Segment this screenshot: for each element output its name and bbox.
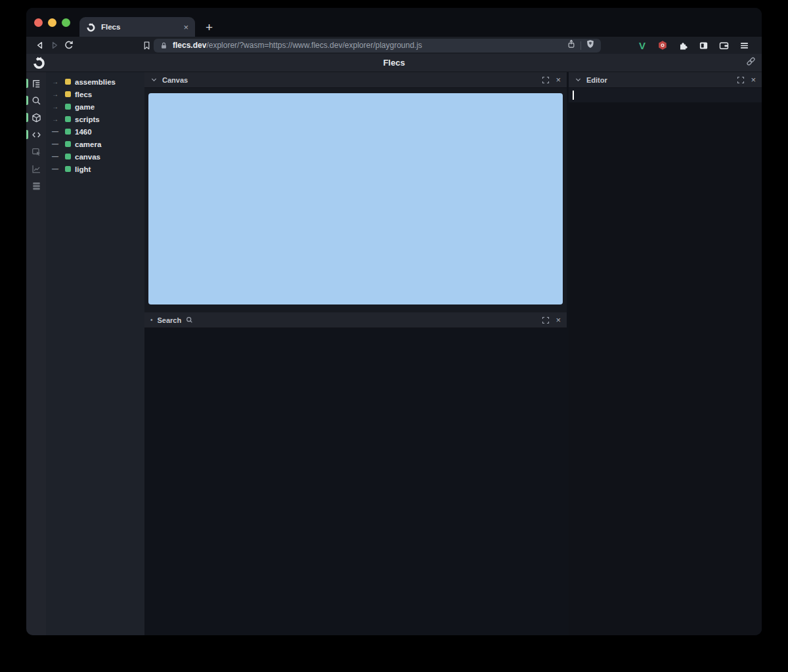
- editor-input-area[interactable]: [569, 102, 762, 635]
- entity-label: game: [75, 103, 95, 111]
- tree-row[interactable]: — camera: [46, 138, 144, 150]
- active-indicator: [26, 96, 28, 105]
- fullscreen-icon[interactable]: [737, 76, 745, 84]
- rail-query-button[interactable]: [26, 95, 46, 106]
- extension-badge-icon[interactable]: [655, 38, 670, 52]
- app-header: Flecs: [26, 54, 762, 72]
- menu-icon[interactable]: [737, 38, 751, 52]
- close-panel-icon[interactable]: ×: [556, 75, 561, 84]
- editor-active-line[interactable]: [569, 88, 762, 102]
- sidebar-toggle-icon[interactable]: [696, 38, 711, 52]
- entity-label: camera: [75, 140, 101, 148]
- entity-label: canvas: [75, 153, 100, 161]
- editor-panel-header: Editor ×: [569, 72, 762, 88]
- entity-label: flecs: [75, 91, 92, 98]
- extensions-puzzle-icon[interactable]: [676, 38, 690, 52]
- entity-label: scripts: [75, 116, 100, 123]
- editor-caret: [573, 91, 574, 100]
- expand-arrow-icon[interactable]: →: [52, 91, 61, 98]
- inspector-icon: [32, 147, 41, 157]
- expand-arrow-icon[interactable]: →: [52, 78, 61, 85]
- entity-label: 1460: [75, 128, 92, 136]
- code-icon: [32, 130, 41, 140]
- entity-color-icon: [65, 129, 71, 135]
- search-panel-header: • Search ×: [144, 312, 567, 328]
- close-panel-icon[interactable]: ×: [556, 316, 561, 324]
- rail-stats-button[interactable]: [26, 163, 46, 174]
- chevron-down-icon[interactable]: [575, 76, 582, 83]
- expand-arrow-icon[interactable]: →: [52, 103, 61, 110]
- brave-shield-icon[interactable]: [586, 39, 595, 51]
- browser-toolbar: flecs.dev/explorer/?wasm=https://www.fle…: [26, 37, 762, 54]
- expand-arrow-icon[interactable]: —: [52, 165, 61, 173]
- reload-button[interactable]: [62, 38, 76, 52]
- rail-scripts-button[interactable]: [26, 129, 46, 140]
- tab-close-icon[interactable]: ×: [183, 23, 188, 32]
- editor-column: Editor ×: [569, 72, 762, 635]
- app-content: → assemblies → flecs → game → scripts: [26, 72, 762, 635]
- commands-list-icon: [32, 181, 41, 191]
- zoom-window-button[interactable]: [62, 18, 70, 27]
- minimize-window-button[interactable]: [48, 18, 56, 27]
- rail-commands-button[interactable]: [26, 180, 46, 191]
- entity-color-icon: [65, 104, 71, 110]
- extension-toolbar: V: [635, 38, 755, 52]
- entity-tree: → assemblies → flecs → game → scripts: [46, 72, 144, 635]
- flecs-favicon: [86, 22, 96, 32]
- tree-row[interactable]: → scripts: [46, 113, 144, 125]
- url-bar[interactable]: flecs.dev/explorer/?wasm=https://www.fle…: [154, 39, 601, 52]
- expand-arrow-icon[interactable]: —: [52, 128, 61, 135]
- fullscreen-icon[interactable]: [542, 76, 550, 84]
- panel-rail: [26, 72, 46, 635]
- active-indicator: [26, 79, 28, 88]
- canvas-panel-body: [144, 88, 567, 312]
- tree-row[interactable]: → assemblies: [46, 75, 144, 88]
- search-icon: [32, 96, 41, 106]
- stats-chart-icon: [32, 164, 41, 174]
- expand-arrow-icon[interactable]: →: [52, 116, 61, 123]
- back-button[interactable]: [33, 38, 47, 52]
- canvas-panel-header: Canvas ×: [144, 72, 567, 88]
- page-title: Flecs: [26, 58, 762, 68]
- new-tab-button[interactable]: +: [206, 21, 213, 33]
- close-window-button[interactable]: [34, 18, 43, 27]
- scene-cube-icon: [32, 113, 41, 123]
- tree-row[interactable]: — light: [46, 163, 144, 175]
- close-panel-icon[interactable]: ×: [751, 75, 756, 84]
- fullscreen-icon[interactable]: [542, 316, 550, 324]
- canvas-column: Canvas × • Search ×: [144, 72, 567, 635]
- wallet-icon[interactable]: [716, 38, 731, 52]
- tree-row[interactable]: — 1460: [46, 125, 144, 138]
- expand-arrow-icon[interactable]: —: [52, 140, 61, 148]
- editor-panel-title: Editor: [586, 76, 607, 84]
- share-icon[interactable]: [567, 39, 576, 51]
- tree-row[interactable]: — canvas: [46, 150, 144, 163]
- window-controls: [26, 8, 79, 37]
- canvas-surface[interactable]: [148, 93, 563, 304]
- collapsed-bullet-icon[interactable]: •: [150, 316, 153, 324]
- url-path: /explorer/?wasm=https://www.flecs.dev/ex…: [206, 41, 422, 50]
- entity-color-icon: [65, 79, 71, 85]
- rail-inspector-button[interactable]: [26, 146, 46, 157]
- tree-row[interactable]: → game: [46, 100, 144, 113]
- search-icon: [186, 316, 193, 324]
- tree-row[interactable]: → flecs: [46, 88, 144, 100]
- bookmark-icon[interactable]: [139, 38, 154, 52]
- tab-title: Flecs: [101, 23, 178, 31]
- entity-color-icon: [65, 116, 71, 122]
- chevron-down-icon[interactable]: [150, 76, 158, 83]
- share-link-icon[interactable]: [746, 56, 756, 69]
- url-text: flecs.dev/explorer/?wasm=https://www.fle…: [173, 41, 422, 50]
- entity-color-icon: [65, 141, 71, 147]
- expand-arrow-icon[interactable]: —: [52, 153, 61, 160]
- rail-entity-tree-button[interactable]: [26, 78, 46, 89]
- forward-button[interactable]: [47, 38, 62, 52]
- divider: [580, 41, 581, 50]
- browser-tab[interactable]: Flecs ×: [79, 17, 195, 37]
- vue-devtools-icon[interactable]: V: [635, 38, 649, 52]
- entity-color-icon: [65, 91, 71, 97]
- panel-area: Canvas × • Search ×: [144, 72, 762, 635]
- url-domain: flecs.dev: [173, 41, 206, 50]
- entity-label: assemblies: [75, 78, 116, 86]
- rail-canvas-button[interactable]: [26, 112, 46, 123]
